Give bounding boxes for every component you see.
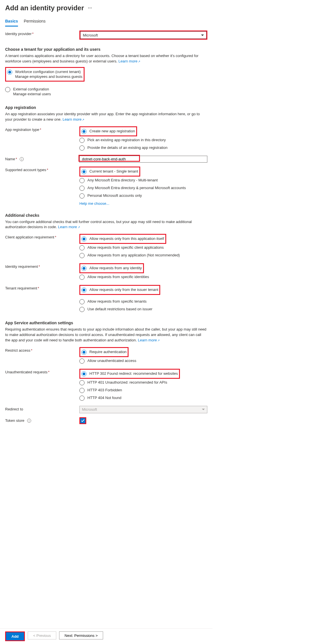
tenant-section-desc: A tenant contains applications and a dir… [5,53,207,64]
restrict-access-label: Restrict access* [5,347,79,353]
client-specific-radio[interactable]: Allow requests from specific client appl… [79,244,207,252]
external-link-icon: ↗ [138,60,140,63]
tab-basics[interactable]: Basics [5,17,18,27]
tenant-learn-more-link[interactable]: Learn more↗ [119,59,140,63]
app-reg-details-radio[interactable]: Provide the details of an existing app r… [79,144,207,152]
client-self-radio[interactable]: Allow requests only from this applicatio… [81,235,164,243]
radio-icon [79,245,85,250]
radio-icon [79,145,85,151]
unauth-label: Unauthenticated requests* [5,369,79,374]
radio-icon [79,253,85,258]
radio-icon [79,388,85,393]
radio-icon [81,236,87,242]
client-any-radio[interactable]: Allow requests from any application (Not… [79,252,207,259]
acct-single-radio[interactable]: Current tenant - Single tenant [81,168,138,175]
name-input[interactable] [79,156,207,163]
external-link-icon: ↗ [157,339,160,342]
tenant-req-label: Tenant requirement* [5,285,79,290]
app-reg-type-label: App registration type* [5,126,79,132]
tenant-section-title: Choose a tenant for your application and… [5,47,207,52]
identity-provider-label: Identity provider* [5,31,79,36]
radio-icon [79,275,85,280]
radio-icon [81,287,87,293]
app-reg-desc: An app registration associates your iden… [5,112,207,122]
radio-icon [7,70,12,75]
radio-icon [79,307,85,312]
account-types-label: Supported account types* [5,167,79,172]
identity-specific-radio[interactable]: Allow requests from specific identities [79,273,207,281]
checks-title: Additional checks [5,213,207,218]
checks-learn-more-link[interactable]: Learn more↗ [58,225,80,229]
external-link-icon: ↗ [82,118,84,121]
tab-permissions[interactable]: Permissions [24,17,45,27]
radio-icon [5,87,10,92]
unauth-401-radio[interactable]: HTTP 401 Unauthorized: recommended for A… [79,379,207,386]
radio-icon [79,186,85,191]
radio-icon [81,350,87,355]
radio-icon [81,266,87,271]
external-link-icon: ↗ [78,226,80,229]
identity-any-radio[interactable]: Allow requests from any identity [81,264,142,272]
identity-provider-select[interactable]: Microsoft [80,31,206,39]
radio-icon [79,193,85,199]
radio-icon [79,178,85,183]
radio-icon [79,380,85,385]
radio-icon [79,396,85,401]
auth-desc: Requiring authentication ensures that re… [5,327,207,343]
token-store-label: Token store i [5,417,79,423]
tenant-workforce-radio[interactable]: Workforce configuration (current tenant)… [7,68,83,80]
app-reg-new-radio[interactable]: Create new app registration [81,127,135,135]
radio-icon [79,138,85,143]
acct-msonly-radio[interactable]: Personal Microsoft accounts only [79,192,207,200]
tenant-default-radio[interactable]: Use default restrictions based on issuer [79,305,207,313]
identity-req-label: Identity requirement* [5,263,79,269]
unauth-404-radio[interactable]: HTTP 404 Not found [79,394,207,402]
name-label: Name* i [5,156,79,161]
redirect-to-select: Microsoft [79,406,207,413]
radio-icon [81,371,87,376]
unauth-403-radio[interactable]: HTTP 403 Forbidden [79,386,207,394]
client-req-label: Client application requirement* [5,234,79,239]
radio-icon [79,359,85,364]
radio-icon [81,169,87,174]
info-icon[interactable]: i [20,157,24,161]
app-reg-pick-radio[interactable]: Pick an existing app registration in thi… [79,136,207,144]
radio-icon [79,299,85,304]
chevron-down-icon [202,409,205,410]
restrict-require-radio[interactable]: Require authentication [81,348,127,356]
help-choose-link[interactable]: Help me choose... [79,201,109,206]
token-store-checkbox[interactable] [80,418,85,423]
redirect-to-label: Redirect to [5,406,79,411]
checks-desc: You can configure additional checks that… [5,219,207,230]
page-title: Add an identity provider ··· [5,4,207,12]
auth-title: App Service authentication settings [5,321,207,325]
chevron-down-icon [201,35,204,36]
acct-personal-radio[interactable]: Any Microsoft Entra directory & personal… [79,184,207,192]
more-icon[interactable]: ··· [88,6,92,10]
acct-multi-radio[interactable]: Any Microsoft Entra directory - Multi-te… [79,177,207,184]
restrict-allow-radio[interactable]: Allow unauthenticated access [79,357,207,365]
radio-icon [81,129,87,134]
app-reg-learn-more-link[interactable]: Learn more↗ [63,117,84,121]
tenant-specific-radio[interactable]: Allow requests from specific tenants [79,298,207,305]
unauth-302-radio[interactable]: HTTP 302 Found redirect: recommended for… [81,370,178,378]
info-icon[interactable]: i [27,419,31,423]
tenant-issuer-radio[interactable]: Allow requests only from the issuer tena… [81,286,158,294]
tab-bar: Basics Permissions [5,17,207,27]
app-reg-title: App registration [5,105,207,110]
tenant-external-radio[interactable]: External configuration Manage external u… [5,86,207,98]
auth-learn-more-link[interactable]: Learn more↗ [138,338,160,342]
check-icon [81,419,85,422]
